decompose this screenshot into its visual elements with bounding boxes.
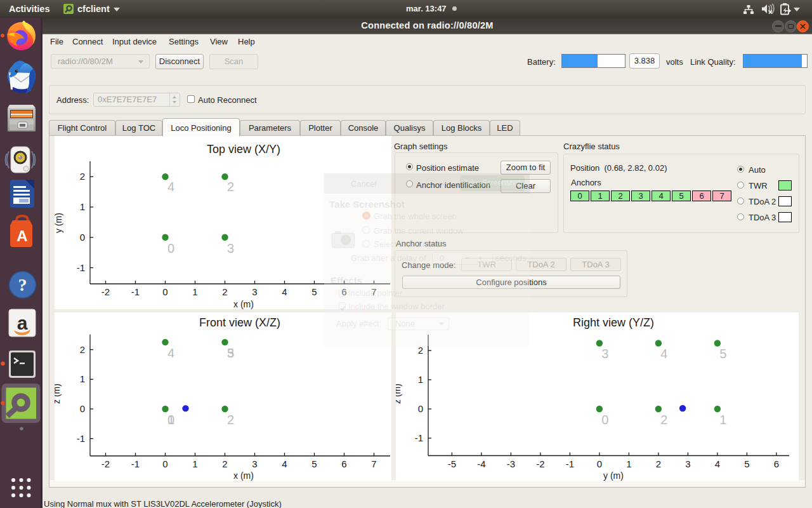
svg-text:2: 2 bbox=[80, 171, 85, 182]
svg-text:-1: -1 bbox=[77, 262, 85, 273]
svg-text:2: 2 bbox=[418, 345, 423, 356]
svg-text:5: 5 bbox=[744, 458, 749, 469]
svg-text:-3: -3 bbox=[507, 458, 515, 469]
svg-text:a: a bbox=[17, 312, 28, 333]
svg-text:0: 0 bbox=[597, 458, 602, 469]
svg-text:0: 0 bbox=[80, 403, 85, 414]
svg-text:7: 7 bbox=[371, 458, 376, 469]
svg-text:1: 1 bbox=[626, 458, 631, 469]
svg-text:5: 5 bbox=[227, 346, 234, 360]
svg-text:4: 4 bbox=[715, 458, 720, 469]
svg-text:1: 1 bbox=[80, 373, 85, 384]
svg-text:y (m): y (m) bbox=[55, 213, 63, 233]
svg-text:0: 0 bbox=[601, 413, 608, 427]
svg-text:1: 1 bbox=[167, 413, 174, 427]
svg-text:4: 4 bbox=[282, 458, 287, 469]
svg-text:A: A bbox=[16, 227, 27, 244]
svg-text:-1: -1 bbox=[566, 458, 574, 469]
svg-text:5: 5 bbox=[719, 347, 726, 361]
svg-text:z (m): z (m) bbox=[55, 384, 62, 404]
svg-text:-1: -1 bbox=[131, 458, 140, 469]
svg-text:2: 2 bbox=[222, 286, 227, 297]
svg-text:5: 5 bbox=[311, 458, 317, 469]
svg-text:3: 3 bbox=[252, 286, 257, 297]
svg-text:-1: -1 bbox=[77, 433, 85, 444]
svg-text:6: 6 bbox=[341, 458, 346, 469]
svg-text:0: 0 bbox=[162, 458, 167, 469]
svg-text:z (m): z (m) bbox=[396, 384, 402, 404]
svg-text:0: 0 bbox=[167, 241, 174, 255]
svg-text:4: 4 bbox=[167, 346, 174, 360]
svg-text:0: 0 bbox=[80, 232, 85, 243]
svg-text:3: 3 bbox=[227, 241, 234, 255]
svg-text:-2: -2 bbox=[102, 458, 110, 469]
svg-text:3: 3 bbox=[685, 458, 690, 469]
svg-text:Right view (Y/Z): Right view (Y/Z) bbox=[573, 316, 654, 329]
svg-text:2: 2 bbox=[227, 413, 234, 427]
svg-text:6: 6 bbox=[774, 458, 779, 469]
svg-text:3: 3 bbox=[252, 458, 257, 469]
svg-text:y (m): y (m) bbox=[603, 471, 624, 481]
svg-text:-2: -2 bbox=[102, 286, 110, 297]
svg-text:1: 1 bbox=[80, 201, 85, 212]
svg-text:0: 0 bbox=[418, 403, 423, 414]
svg-text:-2: -2 bbox=[536, 458, 544, 469]
svg-text:4: 4 bbox=[660, 347, 667, 361]
svg-text:4: 4 bbox=[167, 180, 174, 194]
svg-text:Top view (X/Y): Top view (X/Y) bbox=[207, 143, 280, 156]
svg-text:?: ? bbox=[18, 275, 27, 295]
svg-text:1: 1 bbox=[192, 458, 197, 469]
svg-text:-4: -4 bbox=[477, 458, 485, 469]
svg-text:2: 2 bbox=[222, 458, 227, 469]
svg-text:1: 1 bbox=[719, 413, 726, 427]
svg-text:1: 1 bbox=[418, 374, 423, 385]
svg-text:-5: -5 bbox=[448, 458, 456, 469]
svg-text:2: 2 bbox=[227, 180, 234, 194]
svg-text:2: 2 bbox=[656, 458, 661, 469]
svg-text:3: 3 bbox=[601, 347, 608, 361]
svg-text:-1: -1 bbox=[415, 432, 423, 443]
svg-text:Front view (X/Z): Front view (X/Z) bbox=[199, 316, 280, 329]
svg-text:4: 4 bbox=[282, 286, 287, 297]
svg-text:1: 1 bbox=[192, 286, 197, 297]
svg-text:5: 5 bbox=[311, 286, 317, 297]
svg-text:2: 2 bbox=[80, 344, 85, 355]
svg-text:-1: -1 bbox=[131, 286, 140, 297]
svg-text:2: 2 bbox=[660, 413, 667, 427]
svg-text:x (m): x (m) bbox=[233, 299, 254, 309]
svg-text:x (m): x (m) bbox=[233, 471, 254, 481]
svg-text:0: 0 bbox=[162, 286, 167, 297]
